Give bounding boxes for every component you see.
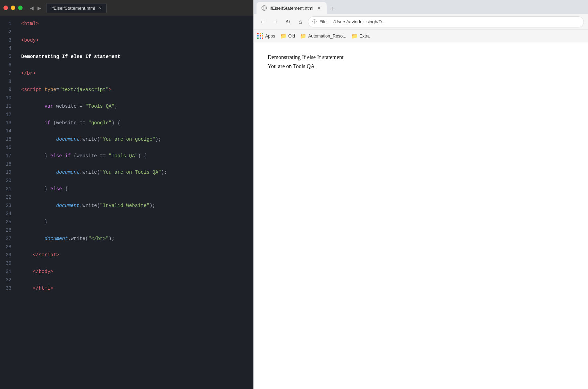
bookmark-extra[interactable]: 📁 Extra xyxy=(351,33,370,39)
bookmark-extra-label: Extra xyxy=(360,34,370,39)
minimize-button[interactable] xyxy=(11,6,15,10)
close-button[interactable] xyxy=(3,6,8,10)
bookmark-automation[interactable]: 📁 Automation_Reso... xyxy=(300,33,346,39)
forward-button[interactable]: → xyxy=(270,17,280,27)
browser-tab-title: ifElselfStatement.html xyxy=(270,6,313,11)
code-area[interactable]: <html> <body> Demonstrating If else If s… xyxy=(16,16,253,389)
editor-pane: ◀ ▶ ifElselfStatement.html ✕ 12345678910… xyxy=(0,0,253,389)
folder-icon: 📁 xyxy=(280,33,287,39)
address-bar[interactable]: ⓘ File | /Users/ravinder_singh/D... xyxy=(308,16,584,27)
home-button[interactable]: ⌂ xyxy=(295,17,305,27)
browser-tab-active[interactable]: ifElselfStatement.html ✕ xyxy=(257,2,327,14)
traffic-lights xyxy=(3,6,23,10)
bookmarks-bar: Apps 📁 Old 📁 Automation_Reso... 📁 Extra xyxy=(254,30,588,42)
line-numbers: 1234567891011121314151617181920212223242… xyxy=(0,16,16,389)
address-path: /Users/ravinder_singh/D... xyxy=(333,19,385,24)
browser-content: Demonstrating If else If statement You a… xyxy=(254,42,588,389)
browser-tab-bar: ifElselfStatement.html ✕ + xyxy=(254,0,588,14)
browser-nav: ← → ↻ ⌂ ⓘ File | /Users/ravinder_singh/D… xyxy=(254,14,588,30)
back-button[interactable]: ← xyxy=(258,17,268,27)
editor-tab-label: ifElselfStatement.html xyxy=(51,6,95,11)
bookmark-apps-label: Apps xyxy=(265,34,275,39)
info-icon: ⓘ xyxy=(312,19,317,25)
editor-content: 1234567891011121314151617181920212223242… xyxy=(0,16,253,389)
editor-tab[interactable]: ifElselfStatement.html ✕ xyxy=(46,3,107,13)
address-file-label: File xyxy=(319,19,327,24)
page-line-1: Demonstrating If else If statement xyxy=(268,53,574,62)
next-tab-button[interactable]: ▶ xyxy=(36,5,43,11)
maximize-button[interactable] xyxy=(18,6,23,10)
editor-tab-close[interactable]: ✕ xyxy=(98,6,101,10)
bookmark-automation-label: Automation_Reso... xyxy=(308,34,346,39)
globe-icon xyxy=(261,5,267,11)
folder-icon-3: 📁 xyxy=(351,33,358,39)
browser-pane: ifElselfStatement.html ✕ + ← → ↻ ⌂ ⓘ Fil… xyxy=(253,0,588,389)
prev-tab-button[interactable]: ◀ xyxy=(28,5,35,11)
browser-tab-close[interactable]: ✕ xyxy=(316,5,322,11)
folder-icon-2: 📁 xyxy=(300,33,306,39)
editor-titlebar: ◀ ▶ ifElselfStatement.html ✕ xyxy=(0,0,253,16)
reload-button[interactable]: ↻ xyxy=(283,17,293,27)
page-line-2: You are on Tools QA xyxy=(268,62,574,71)
apps-grid-icon xyxy=(257,33,263,39)
tab-navigation-arrows: ◀ ▶ xyxy=(28,5,43,11)
address-divider: | xyxy=(329,19,330,24)
bookmark-old[interactable]: 📁 Old xyxy=(280,33,295,39)
bookmark-old-label: Old xyxy=(288,34,295,39)
bookmark-apps[interactable]: Apps xyxy=(257,33,275,39)
new-tab-button[interactable]: + xyxy=(327,4,337,14)
